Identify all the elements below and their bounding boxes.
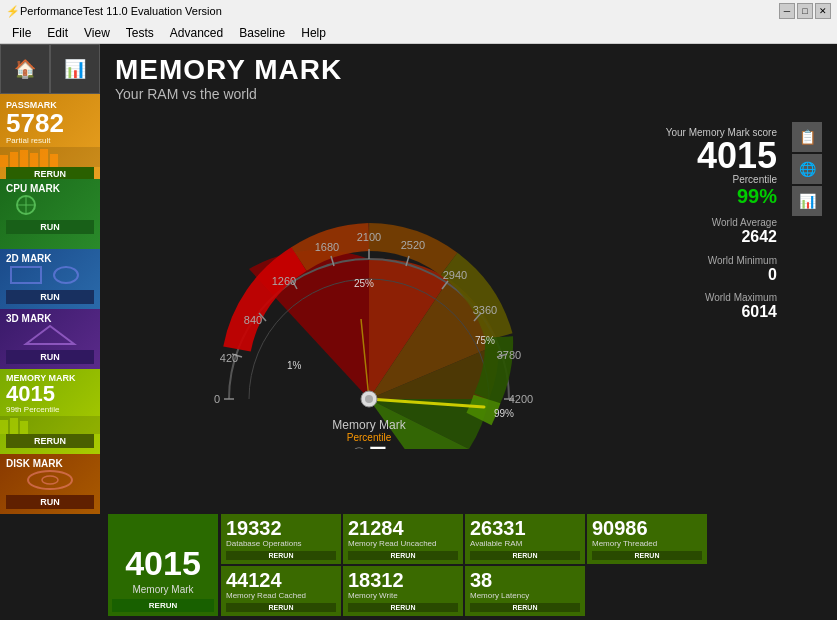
chart-button[interactable]: 📊 [50, 44, 100, 94]
svg-point-16 [42, 476, 58, 484]
menu-tests[interactable]: Tests [118, 24, 162, 42]
sidebar-item-2d[interactable]: 2D MARK RUN [0, 249, 100, 309]
world-max-section: World Maximum 6014 [637, 292, 777, 321]
read-cached-rerun-button[interactable]: RERUN [226, 603, 336, 612]
menu-baseline[interactable]: Baseline [231, 24, 293, 42]
world-avg-value: 2642 [637, 228, 777, 246]
read-cached-score: 44124 [226, 570, 336, 590]
db-label: Database Operations [226, 539, 336, 549]
svg-text:2520: 2520 [400, 239, 424, 251]
3d-run-button[interactable]: RUN [6, 350, 94, 364]
memory-rerun-button[interactable]: RERUN [6, 434, 94, 448]
svg-rect-12 [0, 420, 8, 434]
svg-rect-5 [50, 154, 58, 167]
sub-tile-available-ram: 26331 Available RAM RERUN [465, 514, 585, 564]
write-score: 18312 [348, 570, 458, 590]
main-result-tile: 4015 Memory Mark RERUN [108, 514, 218, 616]
svg-rect-3 [30, 153, 38, 167]
score-section: Your Memory Mark score 4015 Percentile 9… [637, 127, 777, 208]
main-score-display: 4015 [637, 138, 777, 174]
sub-results-grid: 19332 Database Operations RERUN 21284 Me… [221, 514, 829, 616]
svg-text:420: 420 [219, 352, 237, 364]
sidebar-item-disk[interactable]: DISK MARK RUN [0, 454, 100, 514]
main-result-label: Memory Mark [132, 584, 193, 595]
sub-tile-read-cached: 44124 Memory Read Cached RERUN [221, 566, 341, 616]
write-label: Memory Write [348, 591, 458, 601]
svg-text:25%: 25% [354, 278, 374, 289]
sub-tile-read-uncached: 21284 Memory Read Uncached RERUN [343, 514, 463, 564]
3d-label: 3D MARK [6, 313, 94, 324]
sidebar-top-buttons: 🏠 📊 [0, 44, 100, 94]
memory-score: 4015 [6, 383, 94, 405]
svg-rect-4 [40, 149, 48, 167]
available-ram-label: Available RAM [470, 539, 580, 549]
svg-rect-13 [10, 418, 18, 434]
db-score: 19332 [226, 518, 336, 538]
svg-text:3360: 3360 [472, 304, 496, 316]
threaded-rerun-button[interactable]: RERUN [592, 551, 702, 560]
svg-rect-2 [20, 150, 28, 167]
latency-score: 38 [470, 570, 580, 590]
sidebar-item-memory[interactable]: MEMORY MARK 4015 99th Percentile RERUN [0, 369, 100, 454]
svg-text:1260: 1260 [271, 275, 295, 287]
svg-rect-14 [20, 421, 28, 434]
latency-label: Memory Latency [470, 591, 580, 601]
db-rerun-button[interactable]: RERUN [226, 551, 336, 560]
sub-tile-write: 18312 Memory Write RERUN [343, 566, 463, 616]
svg-text:99%: 99% [494, 408, 514, 419]
memory-sub: 99th Percentile [6, 405, 94, 414]
chart-icon-button[interactable]: 📊 [792, 186, 822, 216]
stats-panel: Your Memory Mark score 4015 Percentile 9… [627, 117, 787, 331]
menu-edit[interactable]: Edit [39, 24, 76, 42]
right-icon-panel: 📋 🌐 📊 [792, 117, 822, 331]
main-rerun-button[interactable]: RERUN [112, 599, 214, 612]
sidebar-item-passmark[interactable]: PASSMARK 5782 Partial result RERUN [0, 94, 100, 179]
copy-icon-button[interactable]: 📋 [792, 122, 822, 152]
threaded-label: Memory Threaded [592, 539, 702, 549]
home-button[interactable]: 🏠 [0, 44, 50, 94]
disk-label: DISK MARK [6, 458, 94, 469]
results-row: 4015 Memory Mark RERUN 19332 Database Op… [100, 510, 837, 620]
svg-text:3780: 3780 [496, 349, 520, 361]
read-uncached-score: 21284 [348, 518, 458, 538]
main-result-score: 4015 [125, 546, 201, 580]
disk-run-button[interactable]: RUN [6, 495, 94, 509]
read-uncached-rerun-button[interactable]: RERUN [348, 551, 458, 560]
title-bar: ⚡ PerformanceTest 11.0 Evaluation Versio… [0, 0, 837, 22]
passmark-rerun-button[interactable]: RERUN [6, 167, 94, 179]
2d-label: 2D MARK [6, 253, 94, 264]
cpu-label: CPU MARK [6, 183, 94, 194]
write-rerun-button[interactable]: RERUN [348, 603, 458, 612]
world-min-label: World Minimum [637, 255, 777, 266]
svg-marker-11 [26, 326, 74, 344]
sub-tile-latency: 38 Memory Latency RERUN [465, 566, 585, 616]
svg-text:Memory Mark: Memory Mark [332, 418, 406, 432]
window-controls: ─ □ ✕ [779, 3, 831, 19]
menu-view[interactable]: View [76, 24, 118, 42]
sidebar-item-cpu[interactable]: CPU MARK RUN [0, 179, 100, 249]
menu-advanced[interactable]: Advanced [162, 24, 231, 42]
svg-text:1680: 1680 [314, 241, 338, 253]
menu-help[interactable]: Help [293, 24, 334, 42]
globe-icon-button[interactable]: 🌐 [792, 154, 822, 184]
score-and-icons: Your Memory Mark score 4015 Percentile 9… [627, 117, 822, 331]
available-ram-score: 26331 [470, 518, 580, 538]
app-icon: ⚡ [6, 5, 20, 18]
latency-rerun-button[interactable]: RERUN [470, 603, 580, 612]
close-button[interactable]: ✕ [815, 3, 831, 19]
cpu-run-button[interactable]: RUN [6, 220, 94, 234]
world-max-value: 6014 [637, 303, 777, 321]
passmark-score: 5782 [6, 110, 94, 136]
minimize-button[interactable]: ─ [779, 3, 795, 19]
content-header: MEMORY MARK Your RAM vs the world [100, 44, 837, 107]
svg-point-10 [54, 267, 78, 283]
sidebar-item-3d[interactable]: 3D MARK RUN [0, 309, 100, 369]
menu-bar: File Edit View Tests Advanced Baseline H… [0, 22, 837, 44]
2d-run-button[interactable]: RUN [6, 290, 94, 304]
world-avg-label: World Average [637, 217, 777, 228]
menu-file[interactable]: File [4, 24, 39, 42]
content-area: MEMORY MARK Your RAM vs the world [100, 44, 837, 620]
maximize-button[interactable]: □ [797, 3, 813, 19]
app-title: PerformanceTest 11.0 Evaluation Version [20, 5, 222, 17]
available-ram-rerun-button[interactable]: RERUN [470, 551, 580, 560]
